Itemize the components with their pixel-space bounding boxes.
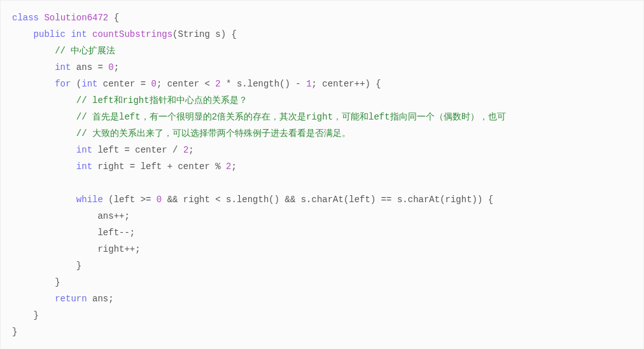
code-text: ans++;: [97, 211, 129, 221]
code-line: }: [12, 277, 60, 287]
number-literal: 2: [215, 79, 220, 89]
number-literal: 0: [157, 195, 162, 205]
code-line: int left = center / 2;: [12, 145, 194, 155]
code-text: ; center++) {: [312, 79, 381, 89]
code-text: ; center <: [157, 79, 215, 89]
number-literal: 0: [108, 62, 113, 72]
code-line: ans++;: [12, 211, 130, 221]
code-text: left = center /: [92, 145, 183, 155]
brace: }: [76, 261, 81, 271]
code-line: right++;: [12, 244, 141, 254]
brace: }: [12, 327, 17, 337]
code-line: // left和right指针和中心点的关系是？: [12, 95, 248, 106]
code-text: ans;: [87, 294, 114, 304]
class-name: Solution6472: [44, 13, 108, 23]
code-text: (left >=: [103, 195, 157, 205]
brace: {: [108, 13, 119, 23]
comment: // left和right指针和中心点的关系是？: [76, 95, 248, 106]
code-line: return ans;: [12, 294, 114, 304]
number-literal: 2: [226, 161, 231, 172]
code-line: int ans = 0;: [12, 62, 119, 72]
method-name: countSubstrings: [92, 29, 172, 39]
code-block: class Solution6472 { public int countSub…: [12, 10, 632, 340]
keyword-int: int: [76, 145, 92, 155]
code-line: class Solution6472 {: [12, 13, 119, 23]
semicolon: ;: [114, 62, 119, 72]
brace: }: [55, 277, 60, 287]
code-line: left--;: [12, 228, 135, 238]
code-text: && right < s.length() && s.charAt(left) …: [162, 195, 493, 205]
code-line: // 首先是left，有一个很明显的2倍关系的存在，其次是right，可能和le…: [12, 112, 506, 122]
keyword-int: int: [71, 29, 87, 39]
keyword-public: public: [34, 29, 66, 39]
code-line: // 中心扩展法: [12, 46, 115, 56]
code-text: (: [71, 79, 81, 89]
code-line: // 大致的关系出来了，可以选择带两个特殊例子进去看看是否满足。: [12, 128, 351, 139]
code-text: * s.length() -: [221, 79, 306, 89]
semicolon: ;: [232, 161, 237, 172]
comment: // 首先是left，有一个很明显的2倍关系的存在，其次是right，可能和le…: [76, 112, 506, 122]
keyword-return: return: [55, 294, 87, 304]
number-literal: 1: [306, 79, 311, 89]
code-text: center =: [97, 79, 151, 89]
brace: }: [34, 310, 39, 320]
code-line: }: [12, 310, 39, 320]
semicolon: ;: [188, 145, 193, 155]
comment: // 大致的关系出来了，可以选择带两个特殊例子进去看看是否满足。: [76, 128, 351, 139]
keyword-int: int: [55, 62, 71, 72]
keyword-int: int: [76, 161, 92, 172]
code-line: while (left >= 0 && right < s.length() &…: [12, 195, 493, 205]
code-text: right++;: [97, 244, 140, 254]
keyword-for: for: [55, 79, 71, 89]
keyword-int: int: [81, 79, 97, 89]
signature: (String s) {: [172, 29, 237, 39]
keyword-while: while: [76, 195, 103, 205]
code-line: }: [12, 261, 81, 271]
code-line: for (int center = 0; center < 2 * s.leng…: [12, 79, 381, 89]
code-text: left--;: [97, 228, 135, 238]
keyword-class: class: [12, 13, 39, 23]
code-text: right = left + center %: [92, 161, 226, 172]
code-line: }: [12, 327, 17, 337]
code-line: int right = left + center % 2;: [12, 161, 237, 172]
code-line: public int countSubstrings(String s) {: [12, 29, 237, 39]
number-literal: 0: [151, 79, 156, 89]
code-text: ans =: [71, 62, 108, 72]
comment: // 中心扩展法: [55, 46, 115, 56]
